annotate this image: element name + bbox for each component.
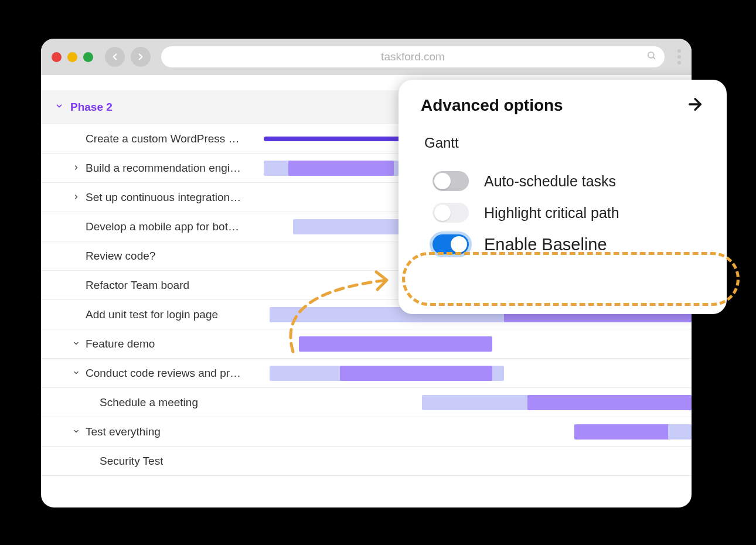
svg-point-0	[648, 52, 654, 58]
toggle-label: Highlight critical path	[484, 205, 619, 222]
chevron-right-icon	[73, 164, 80, 173]
minimize-window-button[interactable]	[67, 52, 77, 62]
url-text: taskford.com	[381, 50, 445, 63]
phase-title: Phase 2	[70, 101, 113, 114]
toggle-highlight-critical-path[interactable]: Highlight critical path	[421, 197, 704, 229]
toggle-label: Auto-schedule tasks	[484, 173, 616, 190]
gantt-bar[interactable]	[340, 366, 492, 381]
toggle-switch[interactable]	[433, 203, 469, 223]
task-label: Schedule a meeting	[100, 396, 198, 409]
task-label: Set up continuous integration an…	[86, 191, 244, 204]
toggle-auto-schedule[interactable]: Auto-schedule tasks	[421, 165, 704, 197]
gantt-bar[interactable]	[288, 161, 394, 176]
advanced-options-panel: Advanced options Gantt Auto-schedule tas…	[399, 80, 727, 314]
section-label: Gantt	[424, 135, 704, 151]
close-panel-button[interactable]	[686, 95, 704, 116]
task-row[interactable]: Test everything	[41, 417, 692, 447]
browser-menu-button[interactable]	[677, 49, 681, 64]
task-row[interactable]: Schedule a meeting	[41, 388, 692, 417]
task-label: Create a custom WordPress plu…	[86, 132, 244, 145]
toggle-switch[interactable]	[433, 234, 469, 254]
task-row[interactable]: Conduct code reviews and provi…	[41, 359, 692, 388]
chevron-down-icon	[73, 427, 80, 437]
browser-chrome: taskford.com	[41, 39, 692, 75]
task-label: Conduct code reviews and provi…	[86, 367, 244, 380]
advanced-options-title: Advanced options	[421, 96, 563, 115]
traffic-lights	[52, 52, 93, 62]
close-window-button[interactable]	[52, 52, 62, 62]
chevron-down-icon	[55, 102, 63, 112]
svg-line-1	[653, 57, 655, 59]
toggle-label: Enable Baseline	[484, 235, 607, 254]
task-label: Add unit test for login page	[86, 308, 218, 321]
task-label: Review code?	[86, 250, 155, 263]
toggle-enable-baseline[interactable]: Enable Baseline	[421, 229, 704, 260]
gantt-bar-cell	[258, 388, 692, 417]
back-button[interactable]	[105, 47, 125, 67]
task-label: Feature demo	[86, 338, 155, 350]
maximize-window-button[interactable]	[83, 52, 93, 62]
task-label: Build a recommendation engine …	[86, 162, 244, 175]
search-icon	[646, 50, 656, 63]
gantt-bar[interactable]	[527, 395, 692, 410]
task-row[interactable]: Feature demo	[41, 329, 692, 359]
task-label: Security Test	[100, 455, 163, 468]
chevron-down-icon	[73, 339, 80, 349]
task-label: Develop a mobile app for both iO…	[86, 220, 244, 233]
forward-button[interactable]	[131, 47, 151, 67]
task-label: Refactor Team board	[86, 279, 189, 292]
chevron-right-icon	[73, 193, 80, 202]
gantt-bar[interactable]	[574, 424, 674, 440]
toggle-switch[interactable]	[433, 171, 469, 191]
gantt-bar-cell	[258, 329, 692, 358]
chevron-down-icon	[73, 369, 80, 378]
task-row[interactable]: Security Test	[41, 447, 692, 476]
task-label: Test everything	[86, 425, 161, 438]
gantt-bar-cell	[258, 417, 692, 446]
gantt-bar-cell	[258, 447, 692, 475]
gantt-bar-cell	[258, 359, 692, 387]
url-bar[interactable]: taskford.com	[161, 46, 665, 67]
gantt-bar[interactable]	[299, 336, 492, 352]
gantt-bar-baseline[interactable]	[668, 424, 692, 440]
